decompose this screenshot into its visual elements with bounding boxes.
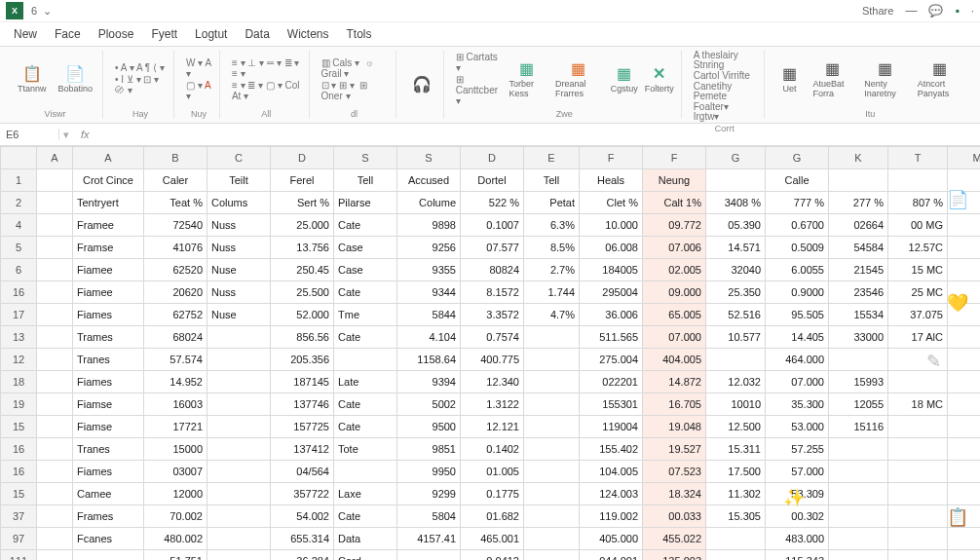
cell[interactable]: Fiames — [73, 461, 144, 483]
cell[interactable]: Caler — [144, 169, 207, 192]
cell[interactable]: 1158.64 — [397, 349, 461, 371]
cell[interactable]: 0.1402 — [461, 438, 524, 461]
cell[interactable]: 655.314 — [271, 528, 334, 550]
row-header[interactable]: 16 — [1, 438, 37, 461]
col-header[interactable]: G — [766, 147, 829, 169]
cell[interactable]: 14.952 — [144, 371, 207, 393]
cell[interactable]: 295004 — [580, 281, 643, 304]
cell[interactable] — [829, 349, 888, 371]
cell[interactable]: 51.751 — [144, 550, 207, 561]
cell[interactable]: Late — [334, 371, 397, 393]
cell[interactable]: 104.005 — [580, 461, 643, 483]
cell[interactable]: 03007 — [144, 461, 207, 483]
cell[interactable]: Tote — [334, 438, 397, 461]
cell[interactable]: 12.500 — [706, 416, 766, 438]
cell[interactable]: 15534 — [829, 304, 888, 326]
cell[interactable] — [207, 371, 271, 393]
cell[interactable] — [207, 393, 271, 416]
cell[interactable] — [207, 483, 271, 505]
cell[interactable]: Framse — [73, 237, 144, 259]
cell[interactable] — [888, 550, 948, 561]
col-header[interactable]: M — [948, 147, 981, 169]
cell[interactable]: 12000 — [144, 483, 207, 505]
cell[interactable] — [948, 281, 981, 304]
cell[interactable]: Tentryert — [73, 192, 144, 214]
cell[interactable]: 5844 — [397, 304, 461, 326]
cell[interactable]: 13.756 — [271, 237, 334, 259]
cell[interactable]: Teat % — [144, 192, 207, 214]
col-header[interactable]: D — [271, 147, 334, 169]
cell[interactable]: Cate — [334, 281, 397, 304]
cell[interactable] — [37, 438, 73, 461]
cell[interactable] — [524, 371, 580, 393]
cell[interactable]: 07.000 — [766, 371, 829, 393]
row-header[interactable]: 97 — [1, 528, 37, 550]
cartats-dropdown[interactable]: ⊞ Cartats ▾ — [454, 52, 502, 73]
cell[interactable]: 18 MC — [888, 393, 948, 416]
row-header[interactable]: 1 — [1, 169, 37, 192]
cell[interactable] — [888, 349, 948, 371]
menu-fyett[interactable]: Fyett — [151, 27, 177, 41]
cell[interactable] — [888, 528, 948, 550]
cell[interactable] — [829, 528, 888, 550]
cell[interactable]: 9394 — [397, 371, 461, 393]
cell[interactable]: Colums — [207, 192, 271, 214]
torber-button[interactable]: ▦Torber Kess — [506, 57, 548, 100]
cell[interactable]: Case — [334, 237, 397, 259]
cell[interactable]: Tme — [334, 304, 397, 326]
spreadsheet-grid[interactable]: AABCDSSDEFFGGKTMUNE1Crot CinceCalerTeilt… — [0, 146, 980, 560]
cell[interactable]: 480.002 — [144, 528, 207, 550]
cell[interactable]: Nuss — [207, 214, 271, 237]
cell[interactable] — [948, 214, 981, 237]
font-family-selector[interactable]: • A ▾ A ¶ ⟨ ▾ — [113, 62, 168, 73]
row-header[interactable]: 15 — [1, 483, 37, 505]
cell[interactable]: Teilt — [207, 169, 271, 192]
folterty-button[interactable]: ✕Folterty — [644, 62, 675, 95]
col-header[interactable]: F — [643, 147, 706, 169]
cell[interactable] — [888, 416, 948, 438]
cell[interactable]: 9950 — [397, 461, 461, 483]
cell[interactable] — [706, 550, 766, 561]
cell[interactable] — [37, 505, 73, 528]
cell[interactable]: 400.775 — [461, 349, 524, 371]
copy-button[interactable]: 📄Bobatino — [55, 62, 97, 95]
col-header[interactable]: E — [524, 147, 580, 169]
cell[interactable] — [829, 483, 888, 505]
cell[interactable]: 5804 — [397, 505, 461, 528]
cell[interactable]: Fiamee — [73, 259, 144, 281]
cell[interactable]: 07.006 — [643, 237, 706, 259]
cell[interactable]: 155.402 — [580, 438, 643, 461]
row-header[interactable]: 2 — [1, 192, 37, 214]
cell[interactable]: 57.255 — [766, 438, 829, 461]
cell[interactable] — [948, 461, 981, 483]
cell[interactable] — [524, 349, 580, 371]
cell[interactable]: 12.121 — [461, 416, 524, 438]
cell[interactable]: 0.0412 — [461, 550, 524, 561]
cell[interactable]: 404.005 — [643, 349, 706, 371]
cell[interactable] — [948, 326, 981, 349]
cell[interactable]: 3408 % — [706, 192, 766, 214]
comment-icon[interactable]: 💬 — [928, 4, 943, 18]
cell[interactable] — [37, 416, 73, 438]
cell[interactable]: Dortel — [461, 169, 524, 192]
cell[interactable]: Calt 1% — [643, 192, 706, 214]
cell[interactable]: Fcanes — [73, 528, 144, 550]
cell[interactable] — [888, 169, 948, 192]
row-header[interactable]: 18 — [1, 371, 37, 393]
cell[interactable]: 119004 — [580, 416, 643, 438]
cell[interactable]: 37.075 — [888, 304, 948, 326]
col-header[interactable]: D — [461, 147, 524, 169]
cell[interactable] — [207, 505, 271, 528]
cell[interactable]: Tell — [524, 169, 580, 192]
cell[interactable] — [37, 483, 73, 505]
cell[interactable]: 15000 — [144, 438, 207, 461]
cell[interactable]: 23546 — [829, 281, 888, 304]
cell[interactable] — [948, 371, 981, 393]
cell[interactable] — [948, 304, 981, 326]
cell[interactable]: Fiamse — [73, 416, 144, 438]
cell[interactable]: 14.405 — [766, 326, 829, 349]
cell[interactable]: Cate — [334, 416, 397, 438]
cell[interactable] — [948, 483, 981, 505]
uet-button[interactable]: ▦Uet — [774, 62, 806, 95]
col-header[interactable]: K — [829, 147, 888, 169]
